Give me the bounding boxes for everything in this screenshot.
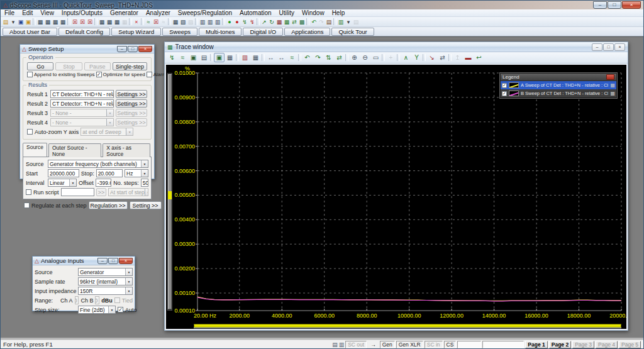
toolbar-button[interactable] bbox=[141, 18, 144, 25]
toolbar-button[interactable] bbox=[67, 18, 70, 25]
script-browse-button[interactable]: >> bbox=[96, 188, 106, 196]
report-dropdown[interactable]: ▾ bbox=[345, 18, 352, 26]
signal-path-icon[interactable]: ▥ bbox=[339, 341, 345, 348]
analog-outputs-button[interactable]: ▦ bbox=[36, 18, 44, 26]
open-file-button[interactable]: ▤ bbox=[2, 18, 9, 26]
output-monitor-icon[interactable]: ▤ bbox=[332, 341, 338, 348]
analog-minimize-button[interactable]: – bbox=[97, 258, 108, 264]
page-button[interactable]: Page 2 bbox=[549, 341, 571, 348]
setting-button[interactable]: Setting >> bbox=[130, 201, 162, 209]
go-button[interactable]: Go bbox=[27, 62, 53, 70]
swap-axes-icon[interactable]: ⇄ bbox=[437, 53, 448, 62]
menu-item[interactable]: Window bbox=[298, 9, 328, 17]
unit-combo[interactable]: Hz ▼ bbox=[125, 169, 148, 177]
zoom-x-in-icon[interactable]: ↔ bbox=[265, 53, 276, 62]
page-button[interactable]: Page 1 bbox=[525, 341, 547, 348]
analog-maximize-button[interactable]: □ bbox=[108, 258, 118, 264]
user-bar-button[interactable]: Digital I/O bbox=[243, 28, 283, 36]
print-preview-button[interactable]: ▤ bbox=[352, 18, 360, 26]
legend-close-button[interactable] bbox=[606, 74, 614, 80]
stop-field[interactable]: 20.000 bbox=[96, 169, 123, 177]
save-config-button[interactable]: ▣ bbox=[25, 18, 32, 26]
bar-display-icon[interactable]: ▥ bbox=[240, 53, 250, 62]
mute-all-button[interactable]: × bbox=[133, 18, 140, 26]
autozoom-checkbox[interactable] bbox=[27, 129, 33, 135]
start-field[interactable]: 20000.000 bbox=[48, 169, 79, 177]
trace-toolbar-button[interactable] bbox=[298, 54, 301, 61]
reference-marker-icon[interactable]: ↘ bbox=[426, 53, 437, 62]
minimize-button[interactable]: – bbox=[593, 1, 607, 9]
single-step-button[interactable]: Single-step bbox=[113, 62, 147, 70]
source-tab[interactable]: Outer Source - None bbox=[48, 143, 101, 157]
menu-item[interactable]: Utility bbox=[275, 9, 298, 17]
trace-toolbar-button[interactable] bbox=[345, 54, 348, 61]
x-scrollbar[interactable] bbox=[194, 324, 621, 328]
sweep-setup-titlebar[interactable]: △ Sweep Setup – □ × bbox=[20, 45, 154, 53]
result-settings-button[interactable]: Settings >> bbox=[116, 109, 147, 117]
digital-inputs-button[interactable]: ▦ bbox=[106, 18, 113, 26]
scope-button[interactable]: ▨ bbox=[187, 18, 194, 26]
import-trace-icon[interactable]: ↩ bbox=[474, 53, 484, 62]
result-combo[interactable]: CT Detector: THD+N - relative [*] : Ch A… bbox=[50, 90, 114, 98]
zoom-x-out-icon[interactable]: ↔ bbox=[276, 53, 287, 62]
toolbar-button[interactable] bbox=[257, 18, 260, 25]
channel-check-b-button[interactable]: ▥ bbox=[206, 18, 214, 26]
legend-row-checkbox[interactable] bbox=[502, 91, 507, 96]
result-combo[interactable]: - None - ▼ bbox=[50, 109, 114, 117]
mute-digital-out-button[interactable]: ☒ bbox=[79, 18, 86, 26]
undo-button[interactable]: ↶ bbox=[310, 18, 318, 26]
clock-inputs-button[interactable]: ▦ bbox=[113, 18, 121, 26]
regulate-checkbox[interactable] bbox=[24, 202, 30, 208]
trace-toolbar-button[interactable] bbox=[397, 54, 400, 61]
menu-item[interactable]: Generator bbox=[106, 9, 142, 17]
toolbar-button[interactable] bbox=[33, 18, 36, 25]
title-bar[interactable]: △ dScope Series III - QuickTour_Sweep_TH… bbox=[1, 1, 643, 9]
mute-soundcard-out-button[interactable]: ☒ bbox=[86, 18, 94, 26]
open-dropdown[interactable]: ▾ bbox=[9, 18, 17, 26]
legend-row-checkbox[interactable] bbox=[502, 83, 507, 88]
sweep-run-button[interactable]: ↗ bbox=[260, 18, 268, 26]
generator-sync-button[interactable]: ≈ bbox=[160, 18, 167, 26]
menu-item[interactable]: Help bbox=[328, 9, 349, 17]
menu-item[interactable]: Analyzer bbox=[142, 9, 174, 17]
legend-row[interactable]: A Sweep of CT Det : THD+N - relative : C… bbox=[501, 81, 616, 89]
pan-left-icon[interactable]: ↶ bbox=[302, 53, 313, 62]
optimize-checkbox[interactable] bbox=[96, 72, 102, 77]
graph-view-icon[interactable]: ▣ bbox=[214, 53, 225, 62]
zoom-out-icon[interactable]: ⊖ bbox=[360, 53, 370, 62]
legend-titlebar[interactable]: Legend bbox=[501, 74, 616, 81]
alarm-checkbox[interactable] bbox=[147, 72, 152, 77]
table-view-icon[interactable]: ▦ bbox=[225, 53, 235, 62]
autoscale-icon[interactable]: ≈ bbox=[287, 53, 297, 62]
maximize-button[interactable]: □ bbox=[608, 1, 621, 9]
abort-button[interactable]: ↯ bbox=[248, 18, 256, 26]
run-script-checkbox[interactable] bbox=[26, 189, 31, 195]
menu-item[interactable]: Sweeps/Regulation bbox=[174, 9, 236, 17]
run-button[interactable]: ● bbox=[226, 18, 233, 26]
channel-check-ab-button[interactable]: ▥ bbox=[214, 18, 221, 26]
legend-row[interactable]: B Sweep of CT Det : THD+N - relative : C… bbox=[501, 89, 616, 97]
page-button[interactable]: Page 4 bbox=[596, 341, 618, 348]
sweep-maximize-button[interactable]: □ bbox=[128, 46, 138, 52]
marker-pair-icon[interactable]: Y bbox=[411, 53, 422, 62]
analog-inputs-button[interactable]: ▦ bbox=[98, 18, 106, 26]
report-button[interactable]: ▥ bbox=[337, 18, 345, 26]
trace-window-button[interactable]: ▩ bbox=[298, 18, 306, 26]
sweep-minimize-button[interactable]: – bbox=[117, 46, 127, 52]
save-button[interactable]: ▣ bbox=[17, 18, 25, 26]
user-bar-button[interactable]: Multi-tones bbox=[199, 28, 242, 36]
save-image-icon[interactable]: ▣ bbox=[188, 53, 199, 62]
offset-field[interactable]: -399.600 bbox=[96, 179, 111, 187]
input-source-combo[interactable]: Generator ▼ bbox=[78, 268, 133, 276]
toolbar-button[interactable] bbox=[333, 18, 336, 25]
analyzer-button[interactable]: ▦ bbox=[172, 18, 179, 26]
cha-field[interactable]: 0 bbox=[75, 296, 79, 304]
trace-data-icon[interactable]: ▦ bbox=[610, 91, 615, 96]
single-shot-button[interactable]: ↯ bbox=[241, 18, 248, 26]
analogue-inputs-titlebar[interactable]: △ Analogue Inputs – □ × bbox=[33, 257, 135, 265]
toolbar-button[interactable] bbox=[129, 18, 132, 25]
menu-item[interactable]: Automation bbox=[236, 9, 275, 17]
trace-minimize-button[interactable]: – bbox=[592, 43, 602, 51]
fft-analyzer-button[interactable]: ▧ bbox=[179, 18, 187, 26]
generator-button[interactable]: ≈ bbox=[145, 18, 152, 26]
